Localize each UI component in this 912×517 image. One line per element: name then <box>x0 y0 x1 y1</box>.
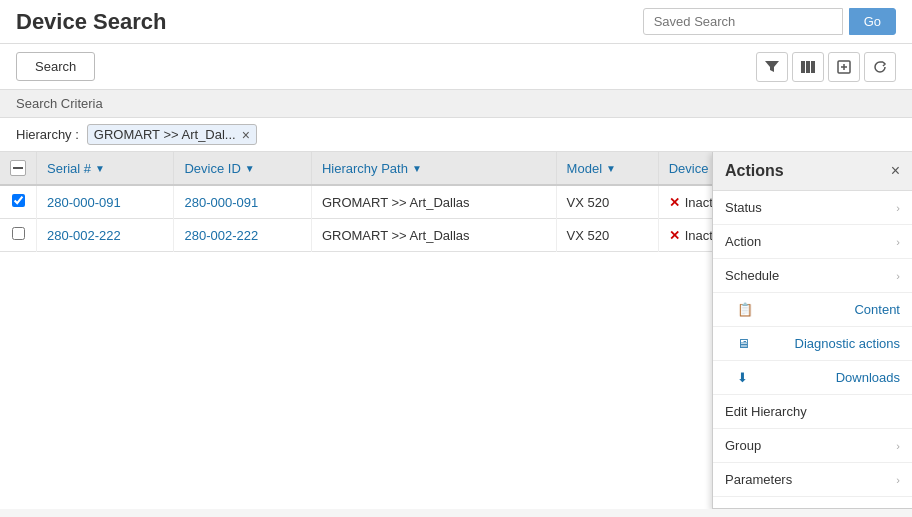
actions-panel: Actions × Status›Action›Schedule›📋Conten… <box>712 152 912 509</box>
svg-rect-1 <box>806 61 810 73</box>
col-header-device-id: Device ID ▼ <box>174 152 311 185</box>
col-header-serial: Serial # ▼ <box>37 152 174 185</box>
svg-rect-2 <box>811 61 815 73</box>
model-filter-icon[interactable]: ▼ <box>606 163 616 174</box>
inactive-icon-0: ✕ <box>669 195 680 210</box>
actions-item-status[interactable]: Status› <box>713 191 912 225</box>
action-icon-3: 📋 <box>737 302 753 317</box>
serial-filter-icon[interactable]: ▼ <box>95 163 105 174</box>
header: Device Search Go <box>0 0 912 44</box>
filter-tag: GROMART >> Art_Dal... × <box>87 124 257 145</box>
actions-header: Actions × <box>713 152 912 191</box>
row-hierarchy-1: GROMART >> Art_Dallas <box>311 219 556 252</box>
actions-item-label-1: Action <box>725 234 761 249</box>
chevron-icon-9: › <box>896 508 900 510</box>
header-right: Go <box>643 8 896 35</box>
row-checkbox-0[interactable] <box>12 194 25 207</box>
actions-item-label-7: Group <box>725 438 761 453</box>
actions-item-label-9: Software <box>725 506 776 509</box>
actions-panel-title: Actions <box>725 162 784 180</box>
row-device-id-1: 280-002-222 <box>174 219 311 252</box>
col-header-model-label: Model <box>567 161 602 176</box>
search-button[interactable]: Search <box>16 52 95 81</box>
col-header-model: Model ▼ <box>556 152 658 185</box>
col-header-checkbox <box>0 152 37 185</box>
filter-tag-value: GROMART >> Art_Dal... <box>94 127 236 142</box>
col-header-device-id-label: Device ID <box>184 161 240 176</box>
header-checkbox[interactable] <box>10 160 26 176</box>
chevron-icon-7: › <box>896 440 900 452</box>
col-header-serial-label: Serial # <box>47 161 91 176</box>
row-model-0: VX 520 <box>556 185 658 219</box>
export-icon[interactable] <box>828 52 860 82</box>
search-criteria-bar: Search Criteria <box>0 90 912 118</box>
actions-item-label-5: Downloads <box>836 370 900 385</box>
actions-item-content[interactable]: 📋Content <box>713 293 912 327</box>
actions-item-label-6: Edit Hierarchy <box>725 404 807 419</box>
table-container: Serial # ▼ Device ID ▼ Hierarchy Path ▼ <box>0 152 912 509</box>
page-title: Device Search <box>16 9 166 35</box>
actions-item-label-2: Schedule <box>725 268 779 283</box>
action-icon-5: ⬇ <box>737 370 748 385</box>
row-model-1: VX 520 <box>556 219 658 252</box>
device-id-link-0[interactable]: 280-000-091 <box>184 195 258 210</box>
actions-items: Status›Action›Schedule›📋Content🖥Diagnost… <box>713 191 912 509</box>
go-button[interactable]: Go <box>849 8 896 35</box>
actions-item-action[interactable]: Action› <box>713 225 912 259</box>
serial-link-0[interactable]: 280-000-091 <box>47 195 121 210</box>
row-hierarchy-0: GROMART >> Art_Dallas <box>311 185 556 219</box>
actions-item-group[interactable]: Group› <box>713 429 912 463</box>
col-header-hierarchy-path: Hierarchy Path ▼ <box>311 152 556 185</box>
actions-item-software[interactable]: Software› <box>713 497 912 509</box>
chevron-icon-1: › <box>896 236 900 248</box>
svg-rect-0 <box>801 61 805 73</box>
row-checkbox-cell <box>0 185 37 219</box>
chevron-icon-2: › <box>896 270 900 282</box>
device-id-link-1[interactable]: 280-002-222 <box>184 228 258 243</box>
serial-link-1[interactable]: 280-002-222 <box>47 228 121 243</box>
row-serial-0: 280-000-091 <box>37 185 174 219</box>
filter-columns-icon[interactable] <box>756 52 788 82</box>
actions-item-schedule[interactable]: Schedule› <box>713 259 912 293</box>
row-serial-1: 280-002-222 <box>37 219 174 252</box>
inactive-icon-1: ✕ <box>669 228 680 243</box>
filter-tag-close-icon[interactable]: × <box>242 128 250 142</box>
chevron-icon-8: › <box>896 474 900 486</box>
col-header-hierarchy-path-label: Hierarchy Path <box>322 161 408 176</box>
actions-item-label-3: Content <box>854 302 900 317</box>
action-icon-4: 🖥 <box>737 336 750 351</box>
actions-item-diagnostic-actions[interactable]: 🖥Diagnostic actions <box>713 327 912 361</box>
actions-item-parameters[interactable]: Parameters› <box>713 463 912 497</box>
hierarchy-path-filter-icon[interactable]: ▼ <box>412 163 422 174</box>
toolbar-icons <box>756 52 896 82</box>
device-id-filter-icon[interactable]: ▼ <box>245 163 255 174</box>
filter-label: Hierarchy : <box>16 127 79 142</box>
toolbar: Search <box>0 44 912 90</box>
saved-search-input[interactable] <box>643 8 843 35</box>
search-criteria-label: Search Criteria <box>16 96 103 111</box>
actions-close-icon[interactable]: × <box>891 163 900 179</box>
actions-item-downloads[interactable]: ⬇Downloads <box>713 361 912 395</box>
refresh-icon[interactable] <box>864 52 896 82</box>
row-checkbox-1[interactable] <box>12 227 25 240</box>
filter-bar: Hierarchy : GROMART >> Art_Dal... × <box>0 118 912 152</box>
actions-item-label-8: Parameters <box>725 472 792 487</box>
actions-item-label-0: Status <box>725 200 762 215</box>
columns-icon[interactable] <box>792 52 824 82</box>
actions-item-edit-hierarchy[interactable]: Edit Hierarchy <box>713 395 912 429</box>
chevron-icon-0: › <box>896 202 900 214</box>
row-checkbox-cell <box>0 219 37 252</box>
actions-item-label-4: Diagnostic actions <box>795 336 901 351</box>
row-device-id-0: 280-000-091 <box>174 185 311 219</box>
